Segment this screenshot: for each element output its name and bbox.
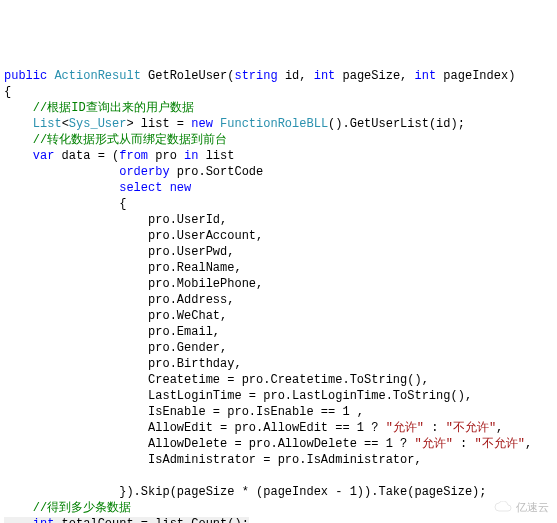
keyword-string: string [234, 69, 277, 83]
comment-count: //得到多少条数据 [4, 501, 131, 515]
prop-realname: pro.RealName, [4, 261, 242, 275]
param-pageindex: pageIndex) [436, 69, 515, 83]
keyword-int: int [415, 69, 437, 83]
call-getuserlist: ().GetUserList(id); [328, 117, 465, 131]
totalcount-assign: totalCount = list.Count(); [54, 517, 248, 523]
keyword-int: int [33, 517, 55, 523]
prop-birthday: pro.Birthday, [4, 357, 242, 371]
prop-email: pro.Email, [4, 325, 220, 339]
data-assign: data = ( [54, 149, 119, 163]
comment-query: //根据ID查询出来的用户数据 [4, 101, 194, 115]
type-functionrolebll: FunctionRoleBLL [220, 117, 328, 131]
prop-address: pro.Address, [4, 293, 234, 307]
prop-lastlogintime: LastLoginTime = pro.LastLoginTime.ToStri… [4, 389, 472, 403]
highlight-count-line: int totalCount = list.Count(); [4, 517, 249, 523]
comment-transform: //转化数据形式从而绑定数据到前台 [4, 133, 227, 147]
type-sysuser: Sys_User [69, 117, 127, 131]
brace-open: { [4, 85, 11, 99]
prop-useraccount: pro.UserAccount, [4, 229, 263, 243]
watermark: 亿速云 [494, 499, 549, 515]
watermark-text: 亿速云 [516, 499, 549, 515]
prop-allowdelete: AllowDelete = pro.AllowDelete == 1 ? "允许… [4, 437, 532, 451]
param-pagesize: pageSize, [335, 69, 414, 83]
keyword-var: var [33, 149, 55, 163]
type-list: List [33, 117, 62, 131]
prop-isenable: IsEnable = pro.IsEnable == 1 , [4, 405, 364, 419]
keyword-new: new [191, 117, 213, 131]
from-pro: pro [148, 149, 184, 163]
prop-gender: pro.Gender, [4, 341, 227, 355]
keyword-from: from [119, 149, 148, 163]
keyword-new: new [170, 181, 192, 195]
keyword-public: public [4, 69, 47, 83]
prop-mobilephone: pro.MobilePhone, [4, 277, 263, 291]
keyword-int: int [314, 69, 336, 83]
code-block: public ActionResult GetRoleUser(string i… [4, 68, 553, 523]
type-actionresult: ActionResult [54, 69, 140, 83]
prop-userid: pro.UserId, [4, 213, 227, 227]
method-name: GetRoleUser( [141, 69, 235, 83]
prop-userpwd: pro.UserPwd, [4, 245, 234, 259]
cloud-icon [494, 501, 512, 513]
anon-open: { [4, 197, 126, 211]
prop-createtime: Createtime = pro.Createtime.ToString(), [4, 373, 429, 387]
angle-open: < [62, 117, 69, 131]
skip-take: }).Skip(pageSize * (pageIndex - 1)).Take… [4, 485, 486, 499]
list-decl: > list = [126, 117, 191, 131]
keyword-select: select [119, 181, 162, 195]
in-list: list [198, 149, 234, 163]
prop-isadministrator: IsAdministrator = pro.IsAdministrator, [4, 453, 422, 467]
param-id: id, [278, 69, 314, 83]
prop-allowedit: AllowEdit = pro.AllowEdit == 1 ? "允许" : … [4, 421, 503, 435]
orderby-sortcode: pro.SortCode [170, 165, 264, 179]
keyword-orderby: orderby [119, 165, 169, 179]
keyword-in: in [184, 149, 198, 163]
prop-wechat: pro.WeChat, [4, 309, 227, 323]
